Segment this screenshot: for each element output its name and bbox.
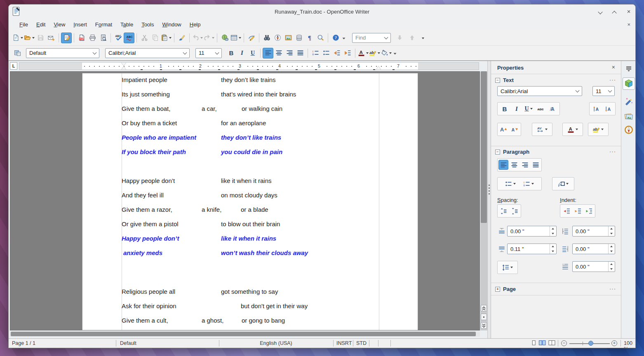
sidebar-font-size-select[interactable]: 11 xyxy=(592,86,615,96)
numbered-list-dropdown[interactable] xyxy=(531,183,534,185)
underline-button[interactable]: U xyxy=(247,48,258,59)
shrink-font-button[interactable]: A xyxy=(510,124,519,134)
show-draw-functions-button[interactable] xyxy=(246,33,257,43)
document-line[interactable]: Religious people allgot something to say xyxy=(82,288,418,297)
line-spacing-button[interactable] xyxy=(502,262,513,272)
align-center-button[interactable] xyxy=(273,48,284,59)
menu-help[interactable]: Help xyxy=(186,20,205,29)
sidebar-bullet-list-button[interactable] xyxy=(505,179,516,189)
expand-icon[interactable]: + xyxy=(495,287,500,292)
zoom-in-button[interactable]: + xyxy=(611,340,617,346)
paragraph-background-dropdown[interactable] xyxy=(566,183,569,185)
decrease-spacing-button[interactable] xyxy=(510,206,519,216)
print-file-button[interactable] xyxy=(87,33,98,43)
page-section-header[interactable]: + Page ··· xyxy=(491,286,621,295)
menu-format[interactable]: Format xyxy=(91,20,116,29)
data-sources-button[interactable] xyxy=(294,33,304,43)
menu-insert[interactable]: Insert xyxy=(69,20,91,29)
font-size-select[interactable]: 11 xyxy=(195,48,222,58)
document-line[interactable]: Ask for their opinionbut don't get in th… xyxy=(82,302,418,312)
background-color-dropdown[interactable] xyxy=(389,52,392,54)
numbered-list-button[interactable]: III xyxy=(310,48,321,59)
collapse-icon[interactable]: − xyxy=(495,78,500,83)
navigation-button[interactable] xyxy=(481,314,487,320)
email-document-button[interactable] xyxy=(46,33,56,43)
font-color-button[interactable]: A xyxy=(357,48,369,59)
paragraph-background-button[interactable] xyxy=(557,179,569,189)
status-page[interactable]: Page 1 / 1 xyxy=(12,340,35,346)
insert-hyperlink-button[interactable] xyxy=(219,33,230,43)
font-name-select[interactable]: Calibri;Arial xyxy=(105,48,190,58)
document-line[interactable]: Or give them a pistolto blow out their b… xyxy=(82,220,418,230)
maximize-button[interactable] xyxy=(611,8,618,15)
tab-stop-selector[interactable]: L xyxy=(10,62,17,70)
horizontal-scrollbar[interactable] xyxy=(10,331,480,337)
before-text-indent-field[interactable]: 0.00 " xyxy=(572,226,615,237)
sidebar-align-left-button[interactable] xyxy=(498,160,508,170)
character-spacing-button[interactable]: AV xyxy=(536,124,548,134)
highlight-dropdown[interactable] xyxy=(601,129,604,130)
bold-button[interactable]: B xyxy=(226,48,237,59)
after-text-indent-field[interactable]: 0.00 " xyxy=(572,244,615,254)
previous-page-button[interactable] xyxy=(481,305,487,312)
document-line[interactable]: Give them a razor,a knife,or a blade xyxy=(82,206,418,215)
new-document-button[interactable] xyxy=(12,33,24,43)
bullet-list-dropdown[interactable] xyxy=(513,183,516,185)
align-left-button[interactable] xyxy=(263,48,273,59)
status-insert-mode[interactable]: INSRT xyxy=(336,340,352,346)
help-button[interactable]: ? xyxy=(330,33,341,43)
sidebar-bold-button[interactable]: B xyxy=(500,104,510,114)
zoom-out-button[interactable]: − xyxy=(561,340,567,346)
tab-properties[interactable] xyxy=(623,77,635,90)
underline-dropdown[interactable] xyxy=(530,108,533,110)
font-color-dropdown[interactable] xyxy=(366,52,369,54)
tab-gallery[interactable] xyxy=(623,110,635,123)
menu-table[interactable]: Table xyxy=(116,20,137,29)
menu-window[interactable]: Window xyxy=(158,20,186,29)
sidebar-align-center-button[interactable] xyxy=(509,160,519,170)
zoom-button[interactable] xyxy=(315,33,326,43)
sidebar-align-right-button[interactable] xyxy=(520,160,530,170)
document-line[interactable]: People who are impatientthey don’t like … xyxy=(82,134,418,143)
insert-table-dropdown[interactable] xyxy=(239,37,241,39)
multi-page-view-icon[interactable] xyxy=(538,340,546,346)
horizontal-scrollbar-thumb[interactable] xyxy=(11,332,476,336)
find-dropdown-icon[interactable] xyxy=(384,35,388,39)
document-line[interactable]: Give them a cult,a ghost,or gong to bang xyxy=(82,317,418,326)
menu-view[interactable]: View xyxy=(49,20,69,29)
next-page-button[interactable] xyxy=(481,322,487,329)
document-line[interactable]: Impatient peoplethey don’t like trains xyxy=(82,76,418,85)
styles-button[interactable] xyxy=(12,48,23,59)
sidebar-decrease-indent-button[interactable] xyxy=(562,206,571,216)
document-line[interactable]: Give them a boat,a car,or walking cain xyxy=(82,105,418,114)
bullet-list-button[interactable] xyxy=(321,48,331,59)
document-line[interactable]: And they feel illon most cloudy days xyxy=(82,192,418,201)
indent-marker[interactable] xyxy=(121,63,126,66)
horizontal-ruler[interactable]: 1234567 xyxy=(19,62,479,70)
sidebar-highlight-button[interactable]: ab xyxy=(592,124,604,134)
redo-dropdown[interactable] xyxy=(212,37,214,39)
line-spacing-dropdown[interactable] xyxy=(510,267,513,268)
standard-toolbar-overflow-button[interactable] xyxy=(341,34,346,42)
paste-dropdown[interactable] xyxy=(169,37,172,39)
align-right-button[interactable] xyxy=(284,48,295,59)
close-sidebar-icon[interactable]: × xyxy=(612,64,615,70)
book-view-icon[interactable] xyxy=(548,340,556,346)
document-line[interactable]: If you block their pathyou could die in … xyxy=(82,148,418,157)
document-line[interactable]: Happy people don’tlike it when it rains xyxy=(82,177,418,186)
close-window-button[interactable]: × xyxy=(625,8,632,15)
after-indent-spinner[interactable] xyxy=(608,244,615,254)
status-selection-mode[interactable]: STD xyxy=(356,340,367,346)
auto-spellcheck-button[interactable]: ABC xyxy=(124,33,134,43)
new-document-dropdown[interactable] xyxy=(21,37,23,39)
spellcheck-button[interactable]: ABC xyxy=(113,33,124,43)
sidebar-italic-button[interactable]: I xyxy=(512,104,522,114)
vertical-scrollbar-thumb[interactable] xyxy=(481,71,487,223)
formatting-marks-button[interactable]: ¶ xyxy=(304,33,315,43)
background-color-button[interactable] xyxy=(381,48,392,59)
zoom-slider-thumb[interactable] xyxy=(588,341,593,346)
font-color-dropdown[interactable] xyxy=(576,129,578,130)
first-line-indent-spinner[interactable] xyxy=(608,262,615,272)
tab-styles[interactable] xyxy=(623,95,635,107)
document-page[interactable]: Impatient peoplethey don’t like trainsIt… xyxy=(82,73,418,330)
